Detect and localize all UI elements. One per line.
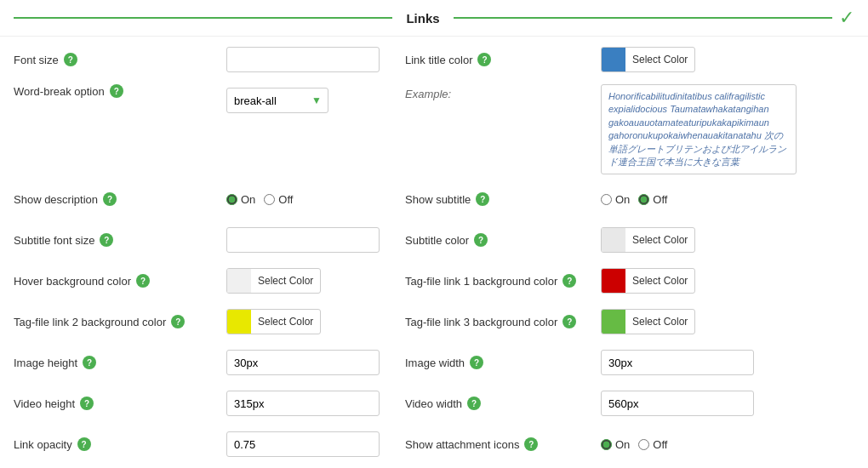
show-subtitle-control: On Off	[601, 193, 854, 206]
row-image-height: Image height ? Image width ?	[14, 346, 854, 379]
example-text-box: Honorificabilitudinitatibus califragilis…	[601, 84, 797, 174]
subtitle-font-size-input[interactable]	[226, 227, 380, 253]
show-attachment-control: On Off	[601, 438, 854, 451]
word-break-select[interactable]: break-all normal break-word keep-all	[226, 88, 328, 113]
tagfile-link3-swatch	[602, 310, 625, 334]
row-word-break: Word-break option ? break-all normal bre…	[14, 84, 854, 174]
tagfile-link3-text: Tag-file link 3 background color	[405, 316, 557, 328]
show-attachment-off-label: Off	[653, 438, 667, 451]
word-break-label: Word-break option ?	[14, 84, 226, 98]
subtitle-color-help-icon[interactable]: ?	[474, 233, 488, 247]
show-description-control: On Off	[226, 193, 397, 206]
tagfile-link2-help-icon[interactable]: ?	[171, 315, 185, 328]
font-size-control	[226, 47, 397, 72]
font-size-input[interactable]	[226, 47, 380, 72]
subtitle-color-button[interactable]: Select Color	[601, 227, 695, 253]
image-height-help-icon[interactable]: ?	[83, 356, 96, 369]
video-height-label: Video height ?	[14, 397, 226, 410]
tagfile-link1-text: Tag-file link 1 background color	[405, 275, 557, 288]
show-description-text: Show description	[14, 193, 98, 206]
video-height-help-icon[interactable]: ?	[80, 397, 94, 410]
tagfile-link1-control: Select Color	[601, 268, 854, 294]
show-description-on-label: On	[241, 193, 255, 206]
link-title-color-button[interactable]: Select Color	[601, 47, 695, 72]
check-icon[interactable]: ✓	[839, 7, 854, 29]
show-description-off-radio[interactable]	[264, 194, 275, 205]
video-width-label: Video width ?	[405, 397, 601, 410]
show-attachment-off-option[interactable]: Off	[638, 438, 667, 451]
row-link-opacity: Link opacity ? Show attachment icons ? O…	[14, 428, 854, 460]
video-width-control	[601, 391, 854, 416]
link-opacity-label: Link opacity ?	[14, 437, 226, 451]
example-label-text: Example:	[405, 88, 451, 100]
show-subtitle-help-icon[interactable]: ?	[476, 192, 489, 206]
subtitle-color-swatch	[602, 228, 625, 252]
show-description-radio-group: On Off	[226, 193, 293, 206]
tagfile-link1-label-text: Select Color	[625, 275, 694, 287]
tagfile-link3-control: Select Color	[601, 309, 854, 334]
show-attachment-help-icon[interactable]: ?	[524, 437, 538, 451]
header-line-left	[14, 17, 392, 19]
show-description-on-option[interactable]: On	[226, 193, 255, 206]
image-height-input[interactable]	[226, 350, 380, 375]
video-height-input[interactable]	[226, 391, 380, 416]
show-description-off-option[interactable]: Off	[264, 193, 293, 206]
tagfile-link1-button[interactable]: Select Color	[601, 268, 695, 294]
show-subtitle-off-radio[interactable]	[638, 194, 649, 205]
show-subtitle-text: Show subtitle	[405, 193, 471, 206]
header-line-right	[454, 17, 832, 19]
show-description-label: Show description ?	[14, 192, 226, 206]
show-attachment-on-label: On	[615, 438, 630, 451]
show-subtitle-on-radio[interactable]	[601, 194, 612, 205]
show-description-on-radio[interactable]	[226, 194, 237, 205]
link-opacity-input[interactable]	[226, 431, 380, 457]
image-width-control	[601, 350, 854, 375]
hover-bg-control: Select Color	[226, 268, 397, 294]
tagfile-link3-help-icon[interactable]: ?	[562, 315, 576, 328]
word-break-select-wrapper: break-all normal break-word keep-all ▼	[226, 88, 328, 113]
hover-bg-help-icon[interactable]: ?	[136, 274, 150, 288]
font-size-label: Font size ?	[14, 53, 226, 66]
tagfile-link3-label: Tag-file link 3 background color ?	[405, 315, 601, 328]
show-attachment-on-radio[interactable]	[601, 439, 612, 450]
hover-bg-text: Hover background color	[14, 275, 131, 288]
hover-bg-label: Hover background color ?	[14, 274, 226, 288]
row-show-description: Show description ? On Off Show subtitle …	[14, 183, 854, 215]
font-size-text: Font size	[14, 54, 59, 66]
tagfile-link1-help-icon[interactable]: ?	[562, 274, 576, 288]
show-attachment-off-radio[interactable]	[638, 439, 649, 450]
font-size-help-icon[interactable]: ?	[64, 53, 77, 66]
tagfile-link2-control: Select Color	[226, 309, 397, 334]
word-break-help-icon[interactable]: ?	[110, 84, 123, 98]
hover-bg-label-text: Select Color	[251, 275, 320, 287]
link-title-color-help-icon[interactable]: ?	[477, 53, 491, 66]
tagfile-link2-button[interactable]: Select Color	[226, 309, 321, 334]
subtitle-color-control: Select Color	[601, 227, 854, 253]
subtitle-font-size-help-icon[interactable]: ?	[100, 233, 113, 247]
hover-bg-button[interactable]: Select Color	[226, 268, 321, 294]
subtitle-color-label: Subtitle color ?	[405, 233, 601, 247]
row-subtitle-font-size: Subtitle font size ? Subtitle color ? Se…	[14, 224, 854, 256]
example-label-col: Example:	[405, 84, 601, 100]
link-title-color-control: Select Color	[601, 47, 854, 72]
section-title: Links	[392, 11, 453, 26]
show-subtitle-on-option[interactable]: On	[601, 193, 630, 206]
show-subtitle-on-label: On	[615, 193, 630, 206]
link-opacity-help-icon[interactable]: ?	[77, 437, 91, 451]
tagfile-link2-label-text: Select Color	[251, 316, 320, 328]
tagfile-link2-text: Tag-file link 2 background color	[14, 316, 166, 328]
show-description-help-icon[interactable]: ?	[103, 192, 117, 206]
subtitle-font-size-text: Subtitle font size	[14, 234, 94, 247]
tagfile-link3-button[interactable]: Select Color	[601, 309, 695, 334]
show-attachment-text: Show attachment icons	[405, 438, 519, 451]
image-height-label: Image height ?	[14, 356, 226, 369]
image-width-input[interactable]	[601, 350, 754, 375]
link-title-color-swatch	[602, 48, 625, 71]
tagfile-link1-label: Tag-file link 1 background color ?	[405, 274, 601, 288]
video-width-help-icon[interactable]: ?	[467, 397, 481, 410]
video-width-input[interactable]	[601, 391, 754, 416]
image-height-control	[226, 350, 397, 375]
show-attachment-on-option[interactable]: On	[601, 438, 630, 451]
show-subtitle-off-option[interactable]: Off	[638, 193, 667, 206]
image-width-help-icon[interactable]: ?	[470, 356, 483, 369]
